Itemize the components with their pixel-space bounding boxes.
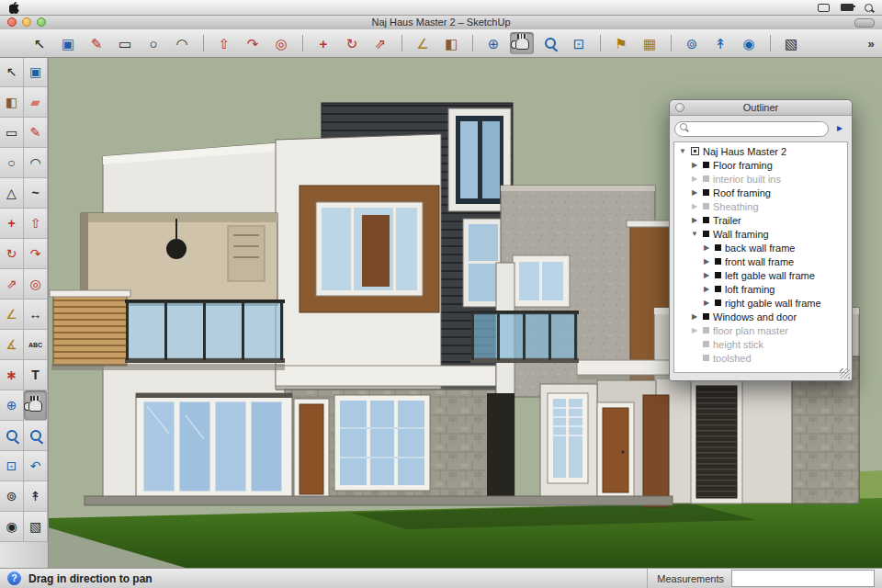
disclosure-triangle-icon[interactable]: ▶ (702, 243, 711, 252)
outliner-item[interactable]: ▶ floor plan master (674, 323, 847, 337)
battery-icon[interactable] (841, 4, 854, 11)
disclosure-triangle-icon[interactable]: ▶ (702, 271, 711, 279)
toolbar-overflow-button[interactable]: » (864, 33, 878, 53)
circle-tool[interactable]: ○ (0, 148, 24, 178)
pan-tool[interactable] (510, 32, 534, 54)
move-tool[interactable]: + (0, 209, 24, 239)
pan-tool[interactable] (24, 390, 48, 421)
outliner-item[interactable]: height stick (674, 337, 847, 351)
outliner-item[interactable]: ▶ Sheathing (674, 199, 847, 213)
zoom-extents-tool[interactable]: ⊡ (567, 32, 591, 54)
disclosure-triangle-icon[interactable]: ▶ (702, 299, 711, 307)
dimension-tool[interactable]: ↔ (24, 300, 48, 330)
zoom-window-tool[interactable] (24, 421, 48, 451)
axes-tool[interactable]: ∗ (0, 360, 24, 390)
protractor-tool[interactable]: ∡ (0, 330, 24, 360)
offset-tool[interactable]: ◎ (24, 269, 48, 300)
freehand-tool[interactable]: ~ (24, 178, 48, 209)
push-pull-tool[interactable]: ⇧ (24, 209, 48, 239)
3d-text-tool[interactable]: T (24, 360, 48, 390)
toolbar-toggle-button[interactable] (854, 18, 875, 28)
outliner-item[interactable]: ▶ Trailer (674, 213, 847, 227)
offset-tool[interactable]: ◎ (269, 32, 293, 54)
apple-menu-icon[interactable] (9, 2, 19, 14)
follow-me-tool[interactable]: ↷ (24, 239, 48, 269)
disclosure-triangle-icon[interactable]: ▼ (690, 230, 699, 238)
outliner-search-input[interactable] (674, 121, 829, 137)
circle-tool[interactable]: ○ (141, 32, 165, 54)
look-around-tool[interactable]: ◉ (737, 32, 761, 54)
disclosure-triangle-icon[interactable]: ▶ (690, 216, 699, 224)
rotate-tool[interactable]: ↻ (340, 32, 364, 54)
walk-tool[interactable]: ↟ (24, 481, 48, 512)
tool-icon: ⇧ (30, 217, 41, 230)
scale-tool[interactable]: ⇗ (368, 32, 392, 54)
position-camera-tool[interactable]: ⊚ (680, 32, 704, 54)
outliner-item[interactable]: toolshed (674, 351, 847, 365)
orbit-tool[interactable]: ⊕ (0, 390, 24, 421)
zoom-extents-tool[interactable]: ⊡ (0, 451, 24, 481)
spotlight-icon[interactable] (865, 4, 873, 12)
position-camera-tool[interactable]: ⊚ (0, 481, 24, 512)
outliner-item[interactable]: ▼ Naj Haus Master 2 (674, 144, 847, 158)
measurements-input[interactable] (731, 570, 875, 587)
outliner-item[interactable]: ▶ right gable wall frame (674, 296, 847, 310)
disclosure-triangle-icon[interactable]: ▶ (690, 161, 699, 169)
section-plane-tool[interactable]: ▧ (779, 32, 803, 54)
disclosure-triangle-icon[interactable]: ▶ (690, 188, 699, 197)
move-tool[interactable]: + (311, 32, 335, 54)
zoom-tool[interactable] (538, 32, 562, 54)
text-tool[interactable]: ABC (24, 330, 48, 360)
paint-bucket-tool[interactable]: ◧ (0, 87, 24, 118)
outliner-item[interactable]: ▶ Windows and door (674, 310, 847, 323)
push-pull-tool[interactable]: ⇧ (212, 32, 236, 54)
help-button[interactable]: ? (7, 571, 21, 585)
select-tool[interactable]: ↖ (0, 57, 24, 87)
outliner-item[interactable]: ▶ loft framing (674, 282, 847, 296)
add-location-tool[interactable]: ⚑ (609, 32, 633, 54)
tape-measure-tool[interactable]: ∠ (411, 32, 435, 54)
outliner-item[interactable]: ▼ Wall framing (674, 227, 847, 241)
disclosure-triangle-icon[interactable]: ▶ (690, 175, 699, 183)
disclosure-triangle-icon[interactable]: ▶ (702, 257, 711, 266)
arc-tool[interactable]: ◠ (24, 148, 48, 178)
disclosure-triangle-icon[interactable]: ▶ (690, 202, 699, 210)
disclosure-triangle-icon[interactable]: ▶ (690, 312, 699, 321)
disclosure-triangle-icon[interactable]: ▶ (690, 326, 699, 334)
rectangle-tool[interactable]: ▭ (113, 32, 137, 54)
outliner-details-button[interactable]: ▸ (832, 120, 847, 135)
make-component-tool[interactable]: ▣ (56, 32, 80, 54)
disclosure-triangle-icon[interactable]: ▼ (678, 147, 687, 155)
outliner-item[interactable]: ▶ Floor framing (674, 158, 847, 172)
outliner-item[interactable]: ▶ Roof framing (674, 186, 847, 199)
follow-me-tool[interactable]: ↷ (241, 32, 265, 54)
palette-close-button[interactable] (675, 103, 684, 112)
walk-tool[interactable]: ↟ (708, 32, 732, 54)
arc-tool[interactable]: ◠ (170, 32, 194, 54)
select-tool[interactable]: ↖ (28, 32, 51, 54)
zoom-tool[interactable] (0, 421, 24, 451)
make-component-tool[interactable]: ▣ (24, 57, 48, 87)
rotate-tool[interactable]: ↻ (0, 239, 24, 269)
outliner-item[interactable]: ▶ front wall frame (674, 254, 847, 268)
eraser-tool[interactable]: ▰ (24, 87, 48, 118)
orbit-tool[interactable]: ⊕ (481, 32, 505, 54)
line-tool[interactable]: ✎ (24, 118, 48, 148)
polygon-tool[interactable]: △ (0, 178, 24, 209)
outliner-item[interactable]: ▶ back wall frame (674, 241, 847, 254)
disclosure-triangle-icon[interactable]: ▶ (702, 285, 711, 293)
previous-view-tool[interactable]: ↶ (24, 451, 48, 481)
look-around-tool[interactable]: ◉ (0, 512, 24, 542)
resize-grip-icon[interactable] (840, 368, 850, 379)
scale-tool[interactable]: ⇗ (0, 269, 24, 300)
paint-bucket-tool[interactable]: ◧ (439, 32, 463, 54)
photo-textures-tool[interactable]: ▦ (638, 32, 662, 54)
tape-measure-tool[interactable]: ∠ (0, 300, 24, 330)
outliner-item[interactable]: ▶ interior built ins (674, 172, 847, 186)
section-plane-tool[interactable]: ▧ (24, 512, 48, 542)
outliner-title-bar[interactable]: Outliner (670, 100, 852, 116)
rectangle-tool[interactable]: ▭ (0, 118, 24, 148)
outliner-item[interactable]: ▶ left gable wall frame (674, 268, 847, 282)
display-icon[interactable] (818, 4, 830, 12)
line-tool[interactable]: ✎ (85, 32, 108, 54)
